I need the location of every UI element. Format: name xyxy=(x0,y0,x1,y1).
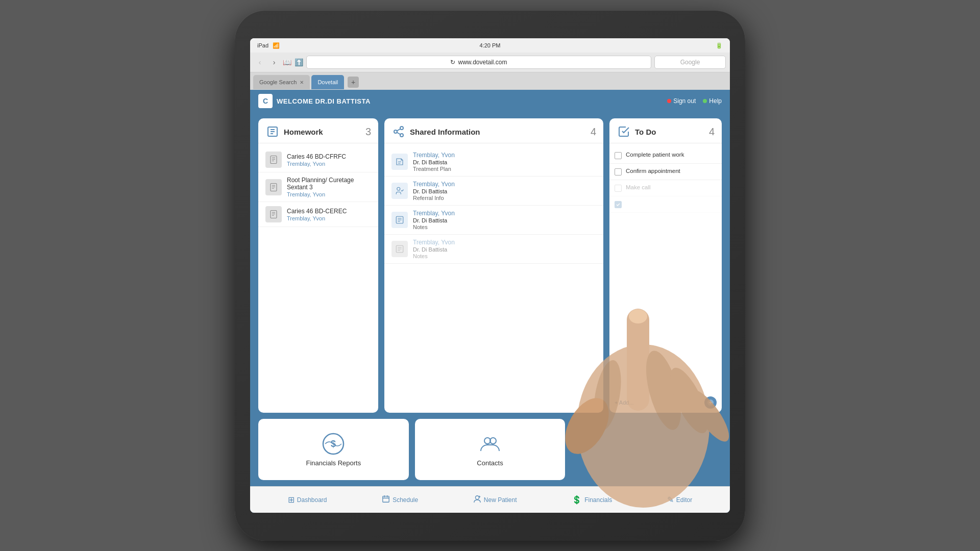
status-bar: iPad 📶 4:20 PM 🔋 xyxy=(250,38,730,53)
svg-rect-15 xyxy=(383,496,389,502)
todo-item-1[interactable]: Complete patient work xyxy=(609,147,722,164)
todo-item-3[interactable]: Make call xyxy=(609,180,722,196)
homework-card: Homework 3 xyxy=(258,118,378,413)
share-button[interactable]: ⬆️ xyxy=(295,58,303,66)
todo-list: Complete patient work Confirm appointmen… xyxy=(609,143,722,392)
ipad-frame: iPad 📶 4:20 PM 🔋 ‹ › 📖 ⬆️ ↻ www.dovetail… xyxy=(235,10,745,541)
new-tab-button[interactable]: + xyxy=(348,77,359,88)
contacts-label: Contacts xyxy=(477,459,503,467)
shared-item-3[interactable]: Tremblay, Yvon Dr. Di Battista Notes xyxy=(384,206,603,235)
app-header: C WELCOME DR.DI BATTISTA Sign out Help xyxy=(250,90,730,112)
add-todo-button[interactable]: + Add... xyxy=(615,399,634,406)
tab-dovetail[interactable]: Dovetail xyxy=(311,75,344,89)
homework-item-subtitle-3: Tremblay, Yvon xyxy=(287,215,371,221)
shared-item-4[interactable]: Tremblay, Yvon Dr. Di Battista Notes xyxy=(384,235,603,264)
dashboard-label: Dashboard xyxy=(297,496,327,504)
header-actions: Sign out Help xyxy=(667,97,722,105)
tab1-label: Google Search xyxy=(259,79,297,85)
financials-nav-icon: 💲 xyxy=(572,495,582,505)
homework-item-title-1: Caries 46 BD-CFRFC xyxy=(287,153,371,160)
homework-title: Homework xyxy=(265,124,323,139)
reload-icon[interactable]: ↻ xyxy=(450,59,455,66)
schedule-label: Schedule xyxy=(393,496,418,504)
homework-item-title-2: Root Planning/ Curetage Sextant 3 xyxy=(287,177,371,191)
homework-icon xyxy=(265,124,280,139)
todo-item-4[interactable] xyxy=(609,196,722,213)
logo-icon: C xyxy=(258,94,273,108)
new-patient-label: New Patient xyxy=(484,496,517,504)
todo-checkbox-2[interactable] xyxy=(615,168,622,176)
nav-new-patient[interactable]: New Patient xyxy=(473,495,517,505)
shared-info-title: Shared Information xyxy=(391,124,480,139)
tab1-close[interactable]: ✕ xyxy=(300,80,304,85)
todo-icon xyxy=(617,124,631,139)
shared-item-text-2: Tremblay, Yvon Dr. Di Battista Referral … xyxy=(413,181,596,201)
welcome-text: WELCOME DR.DI BATTISTA xyxy=(277,97,371,105)
financials-reports-card[interactable]: $ Financials Reports xyxy=(258,419,409,480)
editor-icon: ✎ xyxy=(667,495,674,505)
nav-dashboard[interactable]: ⊞ Dashboard xyxy=(288,495,327,505)
todo-card: To Do 4 Complete patient work Confirm ap… xyxy=(609,118,722,413)
help-button[interactable]: Help xyxy=(703,97,722,105)
svg-point-4 xyxy=(400,127,403,130)
carrier-label: iPad xyxy=(257,42,268,48)
homework-title-text: Homework xyxy=(284,128,323,136)
shared-info-card: Shared Information 4 xyxy=(384,118,603,413)
shared-item-text-4: Tremblay, Yvon Dr. Di Battista Notes xyxy=(413,239,596,259)
status-bar-right: 🔋 xyxy=(716,42,723,49)
editor-label: Editor xyxy=(676,496,692,504)
shared-item-patient-1: Tremblay, Yvon xyxy=(413,152,596,159)
shared-item-1[interactable]: Tremblay, Yvon Dr. Di Battista Treatment… xyxy=(384,147,603,177)
bookmarks-button[interactable]: 📖 xyxy=(283,58,291,66)
nav-editor[interactable]: ✎ Editor xyxy=(667,495,692,505)
todo-item-2[interactable]: Confirm appointment xyxy=(609,164,722,180)
todo-title: To Do xyxy=(617,124,656,139)
bottom-nav: ⊞ Dashboard Schedule xyxy=(250,486,730,513)
shared-item-doctor-3: Dr. Di Battista xyxy=(413,217,596,223)
todo-action-button[interactable] xyxy=(704,396,717,409)
help-label: Help xyxy=(709,97,722,105)
tab-bar: Google Search ✕ Dovetail + xyxy=(250,72,730,90)
time-display: 4:20 PM xyxy=(480,42,501,48)
homework-item-3[interactable]: Caries 46 BD-CEREC Tremblay, Yvon xyxy=(258,202,378,227)
svg-point-6 xyxy=(400,134,403,137)
sign-out-label: Sign out xyxy=(673,97,696,105)
url-bar[interactable]: ↻ www.dovetail.com xyxy=(306,56,651,69)
homework-count: 3 xyxy=(365,126,371,138)
app-logo: C WELCOME DR.DI BATTISTA xyxy=(258,94,371,108)
contacts-card[interactable]: Contacts xyxy=(415,419,566,480)
shared-info-list: Tremblay, Yvon Dr. Di Battista Treatment… xyxy=(384,143,603,413)
shared-info-title-text: Shared Information xyxy=(410,128,480,136)
shared-item-type-1: Treatment Plan xyxy=(413,166,596,172)
forward-button[interactable]: › xyxy=(268,57,280,68)
todo-checkbox-4[interactable] xyxy=(615,201,622,208)
back-button[interactable]: ‹ xyxy=(254,57,265,68)
todo-checkbox-1[interactable] xyxy=(615,152,622,159)
search-placeholder: Google xyxy=(680,59,700,66)
tab2-label: Dovetail xyxy=(317,79,338,85)
shared-item-patient-2: Tremblay, Yvon xyxy=(413,181,596,188)
sign-out-button[interactable]: Sign out xyxy=(667,97,696,105)
tab-google-search[interactable]: Google Search ✕ xyxy=(253,75,310,89)
schedule-icon xyxy=(382,495,390,505)
bottom-cards: $ Financials Reports Contacts xyxy=(250,419,730,486)
todo-checkbox-3[interactable] xyxy=(615,185,622,192)
shared-item-2[interactable]: Tremblay, Yvon Dr. Di Battista Referral … xyxy=(384,177,603,206)
forward-icon: › xyxy=(273,58,276,66)
shared-item-patient-4: Tremblay, Yvon xyxy=(413,239,596,246)
homework-item-subtitle-2: Tremblay, Yvon xyxy=(287,191,371,197)
help-indicator xyxy=(703,99,707,103)
todo-text-1: Complete patient work xyxy=(626,152,684,158)
main-content: Homework 3 xyxy=(250,112,730,419)
search-bar[interactable]: Google xyxy=(654,56,726,69)
svg-point-7 xyxy=(397,187,400,190)
nav-financials[interactable]: 💲 Financials xyxy=(572,495,612,505)
shared-item-doctor-4: Dr. Di Battista xyxy=(413,246,596,253)
homework-item-text-2: Root Planning/ Curetage Sextant 3 Trembl… xyxy=(287,177,371,197)
homework-item-2[interactable]: Root Planning/ Curetage Sextant 3 Trembl… xyxy=(258,172,378,202)
homework-item-1[interactable]: Caries 46 BD-CFRFC Tremblay, Yvon xyxy=(258,147,378,172)
app-container: C WELCOME DR.DI BATTISTA Sign out Help xyxy=(250,90,730,513)
homework-item-icon-1 xyxy=(265,152,282,168)
wifi-icon: 📶 xyxy=(273,42,280,49)
nav-schedule[interactable]: Schedule xyxy=(382,495,418,505)
